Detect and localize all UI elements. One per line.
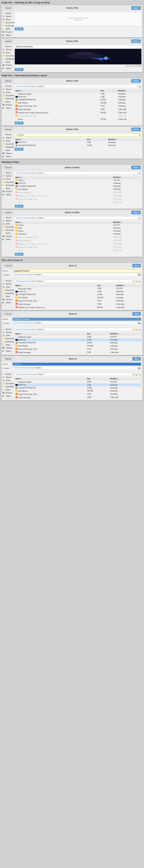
search-input-2b[interactable] (19, 134, 139, 136)
sidebar-recent-4c[interactable]: 🕐Recent (2, 373, 13, 376)
name-input-4a[interactable] (12, 270, 141, 272)
table-row[interactable]: Stuff Yesterday (15, 226, 141, 229)
drop-zone-1a[interactable]: Type or paste URL aboveor drag here (15, 12, 141, 26)
select-button-3b[interactable]: Select (131, 211, 141, 214)
sidebar-docs-2b[interactable]: 📁Documents (2, 142, 13, 146)
col-name-4c[interactable]: Name (15, 377, 86, 380)
table-row[interactable]: Footer 130 kB 1 week ago (15, 118, 141, 121)
table-row[interactable]: Shell Yes! Yesterday (15, 182, 141, 185)
table-row[interactable]: ©Copyright Infringement 10 MB Yesterday (15, 98, 141, 101)
col-name-2b[interactable]: Name (15, 138, 86, 141)
cancel-button-3b[interactable]: Cancel (3, 211, 13, 214)
sidebar-starred-2a[interactable]: ★Starred (2, 88, 13, 91)
col-modified-3a[interactable]: Modified (112, 176, 141, 179)
save-button-4c[interactable]: Save (132, 357, 141, 361)
sidebar-videos-1a[interactable]: ▶ Videos (2, 33, 13, 37)
sidebar-starred-4a[interactable]: ★Starred (2, 282, 13, 286)
search-button-3b[interactable]: 🔍 (138, 217, 141, 220)
sidebar-starred-1b[interactable]: ★ Starred (2, 48, 13, 51)
select-button-2b[interactable]: Select (131, 128, 141, 131)
table-row[interactable]: ©Copyright Infringement 10 MB Yesterday (15, 341, 141, 344)
cancel-button-2b[interactable]: Cancel (3, 128, 13, 131)
select-button-2a[interactable]: Select (131, 79, 141, 83)
search-button-3a[interactable]: 🔍 (138, 172, 141, 175)
location-dropdown-btn[interactable]: ▼ (138, 274, 141, 276)
table-row[interactable]: ©Copyright Infringement 10 MB Yesterday (15, 293, 141, 296)
sidebar-videos-3b[interactable]: ▶Videos (2, 238, 13, 241)
sidebar-starred-4c[interactable]: ★Starred (2, 376, 13, 379)
table-row[interactable]: ©Copyright Infringement Yesterday (15, 185, 141, 188)
sidebar-music-3a[interactable]: ♪Music (2, 187, 13, 190)
save-button-4a[interactable]: Save (132, 264, 141, 267)
table-row[interactable]: Tango FTW Guide: 2010 3 days ago (15, 245, 141, 249)
sidebar-videos-4c[interactable]: ▶Videos (2, 395, 13, 398)
table-row[interactable]: Footer 1 week ago (15, 200, 141, 204)
by-url-tab-1b[interactable]: By URL (15, 68, 24, 71)
sidebar-downloads-1b[interactable]: 📁 Downloads (2, 57, 13, 60)
search-button-4c[interactable]: 🔍 (138, 374, 141, 376)
table-row[interactable]: Footer 1 week ago (15, 249, 141, 252)
sidebar-home-2b[interactable]: 🏠Home (2, 139, 13, 142)
name-input-4c[interactable] (12, 363, 141, 366)
table-row[interactable]: Tango FTW Guide: 2010 44 kb Yesterday (15, 104, 141, 107)
bc-details-3b[interactable]: Details (30, 217, 35, 219)
select-button-1b[interactable]: Select (131, 39, 141, 43)
sidebar-pictures-4c[interactable]: 🖼Pictures (2, 391, 13, 395)
sidebar-recent-3a[interactable]: 🕐Recent (2, 171, 13, 174)
clear-search-btn[interactable]: ✕ (139, 134, 140, 136)
table-row[interactable]: Dear Mickey 200 MB Yesterday (15, 344, 141, 347)
bc-home-2a[interactable]: Home (16, 85, 21, 87)
col-modified-2a[interactable]: Modified (117, 89, 141, 92)
name-input-4b[interactable] (12, 318, 141, 321)
sidebar-pictures-4a[interactable]: 🖼Pictures (2, 298, 13, 301)
table-row[interactable]: Project Damage 2 days ago (15, 239, 141, 242)
sidebar-home-4b[interactable]: 🏠Home (2, 334, 13, 337)
by-url-tab-2b[interactable]: By URL (15, 148, 24, 151)
sidebar-home-1a[interactable]: 🏠 Home (2, 18, 13, 21)
sidebar-home-3b[interactable]: 🏠Home (2, 222, 13, 225)
sidebar-videos-4a[interactable]: ▶Videos (2, 301, 13, 304)
sidebar-downloads-1a[interactable]: 📁 Downloads (2, 24, 13, 27)
sidebar-recent-1b[interactable]: 🕐 Recent (2, 45, 13, 48)
sidebar-recent-4b[interactable]: 🕐Recent (2, 328, 13, 331)
sidebar-home-4c[interactable]: 🏠Home (2, 379, 13, 382)
table-row[interactable]: Tango FTW Guide: 2010 3 days ago (15, 114, 141, 118)
search-button-4a[interactable]: 🔍 (138, 280, 141, 283)
sidebar-music-2a[interactable]: ♪Music (2, 100, 13, 103)
bc-work-3b[interactable]: Work (23, 217, 27, 219)
location-dropdown-btn-4b[interactable]: ▼ (138, 322, 141, 324)
table-row[interactable]: Trademark usage 5 MB 3:02 PM (15, 287, 141, 290)
sidebar-downloads-4a[interactable]: 📁Downloads (2, 292, 13, 295)
table-row[interactable]: Tango FTW Guide: 2010 44 kb Yesterday (15, 347, 141, 351)
sidebar-videos-4b[interactable]: ▶Videos (2, 349, 13, 352)
sidebar-music-4c[interactable]: ♪Music (2, 388, 13, 391)
col-modified-4c[interactable]: Modified (109, 377, 141, 380)
sidebar-starred-1a[interactable]: ★ Starred (2, 15, 13, 18)
table-row[interactable]: Shell Yes! 2 MB Yesterday (15, 95, 141, 98)
table-row[interactable]: Dear Mickey 200 MB Yesterday (15, 101, 141, 104)
table-row[interactable]: ©Copyright Infringement 10 MB Yesterday (15, 386, 141, 390)
col-modified-4a[interactable]: Modified (115, 284, 141, 287)
table-row[interactable]: Dear Mickey Yesterday (15, 188, 141, 191)
table-row[interactable]: Dear Mickey 200 MB Yesterday (15, 390, 141, 392)
sidebar-recent-3b[interactable]: 🕐Recent (2, 216, 13, 219)
sidebar-music-2b[interactable]: ♪Music (2, 149, 13, 152)
bc-home-3a[interactable]: Home (16, 172, 21, 174)
bc-work-3a[interactable]: Work (23, 172, 27, 174)
sidebar-starred-3b[interactable]: ★Starred (2, 219, 13, 222)
sidebar-videos-1b[interactable]: ▶ Videos (2, 67, 13, 70)
table-row[interactable]: ©Copyright Infringement 10 MB Yesterday (15, 144, 141, 147)
col-name-2a[interactable]: Name (15, 89, 100, 92)
col-modified-2b[interactable]: Modified (107, 138, 141, 141)
table-row[interactable]: Tango FTW Guide: 2010 3 days ago (15, 197, 141, 200)
table-row[interactable]: Shell Yes! 2 MB Yesterday (15, 339, 141, 341)
sidebar-starred-2b[interactable]: ★Starred (2, 136, 13, 139)
table-row[interactable]: Project Damage 2 days ago (15, 191, 141, 194)
sidebar-home-3a[interactable]: 🏠Home (2, 178, 13, 181)
col-modified-4b[interactable]: Modified (109, 333, 141, 335)
sidebar-pictures-3b[interactable]: 🖼Pictures (2, 235, 13, 238)
table-row[interactable]: Filetype icon is really a severe and rar… (15, 111, 141, 114)
cancel-button-1b[interactable]: Cancel (3, 39, 13, 43)
col-name-4a[interactable]: Name (15, 284, 97, 287)
sidebar-downloads-2a[interactable]: 📁Downloads (2, 97, 13, 100)
